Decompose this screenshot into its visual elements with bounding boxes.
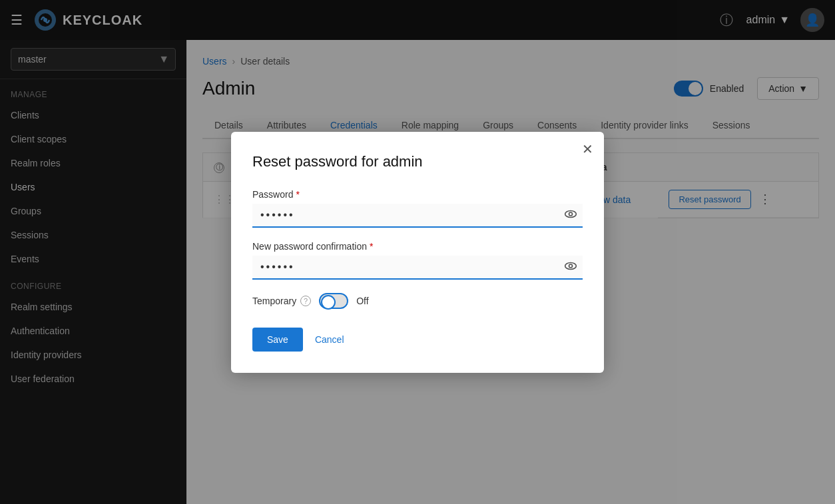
new-password-label: New password confirmation * [252, 241, 583, 252]
temporary-field-group: Temporary ? Off [252, 293, 583, 309]
password-input-wrapper [252, 204, 583, 228]
temporary-info-icon[interactable]: ? [300, 296, 311, 306]
new-password-input-wrapper [252, 256, 583, 280]
password-input[interactable] [252, 204, 583, 228]
modal-actions: Save Cancel [252, 328, 583, 352]
svg-point-6 [569, 264, 573, 268]
password-required-star: * [296, 189, 299, 200]
new-password-field-group: New password confirmation * [252, 241, 583, 280]
new-eye-icon [564, 259, 577, 272]
temporary-toggle[interactable] [319, 293, 348, 309]
reset-password-modal: ✕ Reset password for admin Password * [231, 132, 604, 373]
temporary-off-label: Off [356, 296, 368, 306]
new-password-input[interactable] [252, 256, 583, 280]
svg-point-5 [565, 262, 577, 269]
modal-title: Reset password for admin [252, 153, 583, 170]
password-label: Password * [252, 189, 583, 200]
eye-icon [564, 207, 577, 220]
temporary-label: Temporary [252, 296, 296, 306]
modal-cancel-button[interactable]: Cancel [311, 328, 348, 352]
new-password-required-star: * [370, 241, 373, 252]
main-layout: master ▼ Manage Clients Client scopes Re… [0, 40, 835, 504]
temporary-label-wrapper: Temporary ? [252, 296, 311, 306]
password-field-group: Password * [252, 189, 583, 228]
modal-save-button[interactable]: Save [252, 328, 303, 352]
svg-point-3 [565, 210, 577, 217]
modal-overlay: ✕ Reset password for admin Password * [186, 40, 835, 504]
new-password-toggle-visibility-button[interactable] [564, 259, 577, 276]
svg-point-4 [569, 212, 573, 216]
content-area: Users › User details Admin Enabled Actio… [186, 40, 835, 504]
modal-close-button[interactable]: ✕ [582, 142, 593, 156]
password-toggle-visibility-button[interactable] [564, 207, 577, 224]
